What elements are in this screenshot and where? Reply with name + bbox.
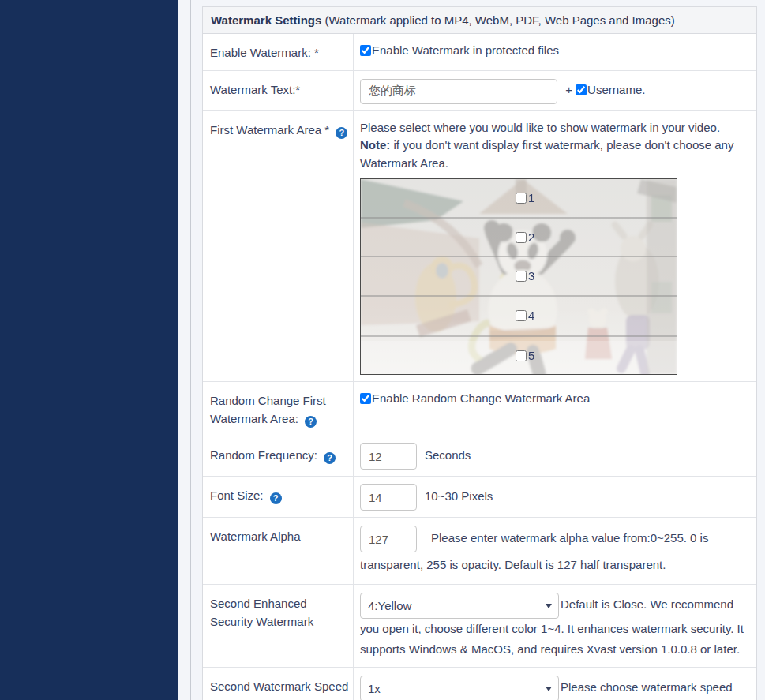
content-divider — [190, 0, 191, 700]
panel-subtitle: (Watermark applied to MP4, WebM, PDF, We… — [321, 13, 674, 27]
random-frequency-label: Random Frequency: — [210, 448, 321, 462]
row-second-watermark-speed: Second Watermark Speed 1xPlease choose w… — [203, 668, 756, 700]
help-icon[interactable]: ? — [324, 452, 336, 464]
username-checkbox-label: Username. — [587, 83, 645, 96]
row-random-frequency: Random Frequency: ? Seconds — [203, 436, 756, 477]
enable-watermark-checkbox[interactable] — [360, 45, 371, 56]
row-second-enhanced-watermark: Second Enhanced Security Watermark 4:Yel… — [203, 585, 756, 668]
help-icon[interactable]: ? — [270, 492, 282, 504]
second-watermark-color-select[interactable]: 4:Yellow — [360, 593, 559, 619]
watermark-text-label: Watermark Text:* — [203, 71, 354, 110]
font-size-input[interactable] — [360, 484, 417, 511]
second-speed-label: Second Watermark Speed — [203, 668, 354, 700]
area-3-checkbox[interactable] — [516, 271, 527, 282]
first-area-instructions: Please select where you would like to sh… — [360, 119, 748, 173]
sidebar-nav — [0, 0, 178, 700]
first-area-note-text: if you don't want display first watermar… — [360, 138, 733, 170]
random-frequency-unit: Seconds — [425, 448, 471, 462]
enable-watermark-label: Enable Watermark: * — [203, 34, 354, 70]
watermark-alpha-input[interactable] — [360, 526, 417, 552]
watermark-text-input[interactable] — [360, 79, 557, 104]
area-2-label: 2 — [527, 229, 534, 247]
random-frequency-input[interactable] — [360, 443, 417, 470]
watermark-area-option-1[interactable]: 1 — [516, 189, 534, 208]
area-4-label: 4 — [527, 307, 534, 325]
row-watermark-alpha: Watermark Alpha Please enter watermark a… — [203, 518, 756, 585]
first-area-label: First Watermark Area * — [210, 123, 332, 137]
second-watermark-speed-select[interactable]: 1x — [360, 676, 559, 700]
watermark-settings-panel: Watermark Settings (Watermark applied to… — [202, 6, 757, 700]
help-icon[interactable]: ? — [336, 127, 347, 139]
row-random-change: Random Change First Watermark Area: ? En… — [203, 382, 756, 436]
second-watermark-label: Second Enhanced Security Watermark — [203, 585, 354, 667]
row-first-watermark-area: First Watermark Area * ? Please select w… — [203, 111, 756, 383]
row-font-size: Font Size: ? 10~30 Pixels — [203, 477, 756, 518]
area-1-label: 1 — [527, 189, 534, 208]
watermark-area-option-5[interactable]: 5 — [516, 347, 534, 365]
area-5-label: 5 — [527, 347, 534, 365]
watermark-alpha-label: Watermark Alpha — [203, 518, 354, 584]
area-3-label: 3 — [527, 268, 534, 286]
random-change-checkbox[interactable] — [360, 393, 371, 404]
random-change-checkbox-label: Enable Random Change Watermark Area — [372, 391, 590, 405]
area-4-checkbox[interactable] — [516, 310, 527, 321]
panel-header: Watermark Settings (Watermark applied to… — [203, 7, 756, 34]
watermark-area-option-2[interactable]: 2 — [516, 229, 534, 247]
row-watermark-text: Watermark Text:* + Username. — [203, 71, 756, 111]
area-1-checkbox[interactable] — [516, 193, 527, 204]
watermark-area-option-4[interactable]: 4 — [516, 307, 534, 325]
area-2-checkbox[interactable] — [516, 232, 527, 243]
area-5-checkbox[interactable] — [516, 350, 527, 361]
watermark-area-preview-image: 1 2 3 4 5 — [360, 178, 677, 375]
first-area-note-label: Note: — [360, 138, 390, 152]
random-change-option[interactable]: Enable Random Change Watermark Area — [360, 391, 590, 405]
watermark-area-option-3[interactable]: 3 — [516, 268, 534, 286]
username-option[interactable]: Username. — [576, 83, 645, 96]
plus-sign: + — [565, 83, 576, 96]
enable-watermark-option[interactable]: Enable Watermark in protected files — [360, 43, 559, 57]
panel-title: Watermark Settings — [211, 13, 321, 27]
help-icon[interactable]: ? — [305, 416, 317, 428]
font-size-label: Font Size: — [210, 489, 267, 502]
first-area-line1: Please select where you would like to sh… — [360, 121, 720, 134]
enable-watermark-checkbox-label: Enable Watermark in protected files — [372, 43, 559, 57]
font-size-range-hint: 10~30 Pixels — [425, 489, 493, 503]
username-checkbox[interactable] — [576, 84, 587, 95]
row-enable-watermark: Enable Watermark: * Enable Watermark in … — [203, 34, 756, 71]
